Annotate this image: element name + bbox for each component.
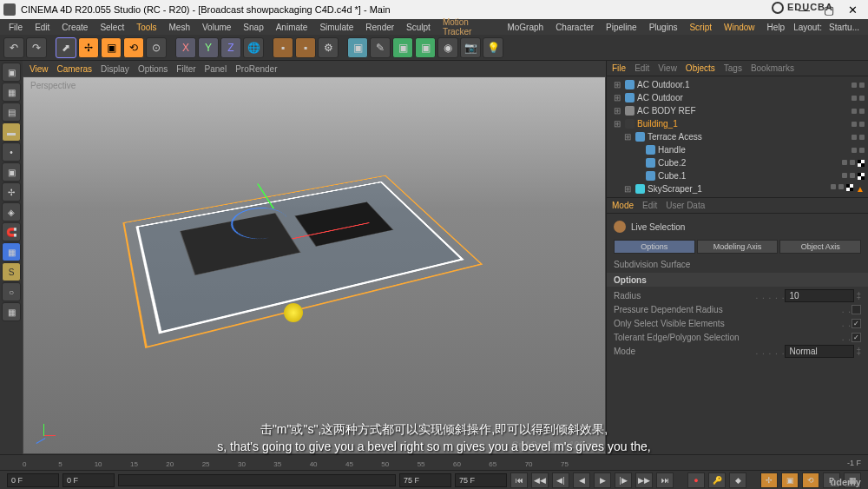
- option-checkbox[interactable]: ✓: [852, 333, 861, 342]
- autokey-button[interactable]: 🔑: [708, 472, 726, 488]
- hierarchy-item[interactable]: ⊞Terrace Acess: [610, 130, 865, 143]
- total-frame-field[interactable]: 75 F: [455, 473, 507, 487]
- render-view[interactable]: ▪: [273, 37, 293, 58]
- render-settings[interactable]: ⚙: [318, 37, 339, 58]
- vp-view[interactable]: View: [30, 64, 49, 74]
- goto-end-button[interactable]: ⏭: [656, 472, 674, 488]
- hierarchy-item[interactable]: ⊞AC Outdoor.1: [610, 78, 865, 91]
- tab-modeling-axis[interactable]: Modeling Axis: [697, 240, 779, 254]
- menu-window[interactable]: Window: [719, 21, 760, 34]
- hierarchy-item[interactable]: ⊞SkyScraper_1▲: [610, 182, 865, 195]
- option-checkbox[interactable]: [852, 305, 861, 314]
- tab-object-axis[interactable]: Object Axis: [779, 240, 861, 254]
- om-tags[interactable]: Tags: [724, 63, 742, 73]
- current-frame-field[interactable]: 0 F: [62, 473, 115, 487]
- texture-mode[interactable]: ▦: [2, 83, 21, 102]
- menu-help[interactable]: Help: [762, 21, 791, 34]
- hierarchy-item[interactable]: ⊞AC Outdoor: [610, 91, 865, 104]
- snap-enable[interactable]: 🧲: [2, 222, 21, 241]
- menu-script[interactable]: Script: [684, 21, 717, 34]
- om-objects[interactable]: Objects: [686, 63, 715, 73]
- locked-workplane[interactable]: S: [2, 262, 21, 281]
- menu-create[interactable]: Create: [56, 21, 93, 34]
- environment[interactable]: ◉: [437, 37, 458, 58]
- key-rot-button[interactable]: ⟲: [802, 472, 819, 488]
- om-view[interactable]: View: [658, 63, 677, 73]
- play-forward-button[interactable]: ▶: [594, 472, 611, 488]
- quantize[interactable]: ▦: [2, 302, 21, 321]
- coord-system[interactable]: 🌐: [243, 37, 264, 58]
- option-checkbox[interactable]: ✓: [852, 319, 861, 328]
- viewport-solo[interactable]: ◈: [2, 202, 21, 221]
- spline-pen[interactable]: ✎: [370, 37, 391, 58]
- menu-mesh[interactable]: Mesh: [164, 21, 195, 34]
- menu-plugins[interactable]: Plugins: [644, 21, 683, 34]
- goto-start-button[interactable]: ⏮: [510, 472, 528, 488]
- deformer[interactable]: ▣: [415, 37, 436, 58]
- option-value-field[interactable]: 10: [785, 289, 854, 302]
- attr-edit[interactable]: Edit: [642, 201, 657, 210]
- keyframe-sel-button[interactable]: ◆: [729, 472, 746, 488]
- om-bookmarks[interactable]: Bookmarks: [751, 63, 794, 73]
- menu-animate[interactable]: Animate: [271, 21, 313, 34]
- last-tool[interactable]: ⊙: [146, 37, 167, 58]
- z-lock[interactable]: Z: [220, 37, 241, 58]
- prev-key-button[interactable]: ◀◀: [531, 472, 549, 488]
- menu-volume[interactable]: Volume: [197, 21, 236, 34]
- move-tool[interactable]: ✢: [78, 37, 99, 58]
- planar-workplane[interactable]: ○: [2, 282, 21, 301]
- attr-userdata[interactable]: User Data: [666, 201, 705, 210]
- perspective-viewport[interactable]: Perspective Grid Spacing : 100 cm: [23, 76, 606, 454]
- key-scale-button[interactable]: ▣: [781, 472, 799, 488]
- light-obj[interactable]: 💡: [483, 37, 503, 58]
- menu-edit[interactable]: Edit: [30, 21, 55, 34]
- vp-options[interactable]: Options: [138, 64, 168, 74]
- vp-filter[interactable]: Filter: [176, 64, 195, 74]
- scale-tool[interactable]: ▣: [101, 37, 122, 58]
- redo-button[interactable]: ↷: [26, 37, 47, 58]
- menu-simulate[interactable]: Simulate: [314, 21, 358, 34]
- tab-options[interactable]: Options: [614, 240, 695, 254]
- render-region[interactable]: ▪: [295, 37, 316, 58]
- attr-mode[interactable]: Mode: [612, 201, 634, 210]
- y-lock[interactable]: Y: [198, 37, 219, 58]
- menu-tools[interactable]: Tools: [131, 21, 161, 34]
- hierarchy-item[interactable]: Cube.1: [610, 169, 865, 182]
- edge-mode[interactable]: ▬: [2, 122, 21, 142]
- prev-frame-button[interactable]: ◀|: [552, 472, 569, 488]
- undo-button[interactable]: ↶: [3, 37, 24, 58]
- vp-display[interactable]: Display: [101, 64, 129, 74]
- record-button[interactable]: ●: [687, 472, 705, 488]
- start-frame-field[interactable]: 0 F: [7, 473, 59, 487]
- menu-motiontracker[interactable]: Motion Tracker: [437, 16, 501, 38]
- menu-sculpt[interactable]: Sculpt: [401, 21, 436, 34]
- timeline-range-slider[interactable]: [118, 474, 396, 486]
- rotate-tool[interactable]: ⟲: [123, 37, 144, 58]
- hierarchy-item[interactable]: Handle: [610, 143, 865, 156]
- key-pos-button[interactable]: ✢: [760, 472, 778, 488]
- play-back-button[interactable]: ◀: [573, 472, 590, 488]
- polygon-mode[interactable]: ▣: [2, 162, 21, 182]
- object-hierarchy[interactable]: ⊞AC Outdoor.1⊞AC Outdoor⊞AC BODY REF⊞Bui…: [607, 76, 868, 198]
- close-button[interactable]: ✕: [848, 3, 858, 17]
- end-frame-field[interactable]: 75 F: [399, 473, 451, 487]
- option-value-field[interactable]: Normal: [785, 345, 854, 358]
- timeline-ruler[interactable]: -1 F 051015202530354045505560657075: [0, 455, 868, 471]
- next-frame-button[interactable]: |▶: [615, 472, 632, 488]
- hierarchy-item[interactable]: ⊞Building_1: [610, 117, 865, 130]
- hierarchy-item[interactable]: ⊞AC BODY REF: [610, 104, 865, 117]
- generator-nurbs[interactable]: ▣: [392, 37, 413, 58]
- layout-dropdown[interactable]: Startu...: [824, 21, 865, 34]
- model-mode[interactable]: ▣: [2, 63, 21, 82]
- om-edit[interactable]: Edit: [635, 63, 649, 73]
- point-mode[interactable]: •: [2, 142, 21, 162]
- menu-mograph[interactable]: MoGraph: [502, 21, 549, 34]
- menu-snap[interactable]: Snap: [238, 21, 268, 34]
- axis-mode[interactable]: ✢: [2, 182, 21, 202]
- menu-select[interactable]: Select: [95, 21, 129, 34]
- primitive-cube[interactable]: ▣: [347, 37, 368, 58]
- menu-character[interactable]: Character: [550, 21, 599, 34]
- vp-cameras[interactable]: Cameras: [57, 64, 93, 74]
- vp-prorender[interactable]: ProRender: [235, 64, 277, 74]
- workplane-snap[interactable]: ▦: [2, 242, 21, 261]
